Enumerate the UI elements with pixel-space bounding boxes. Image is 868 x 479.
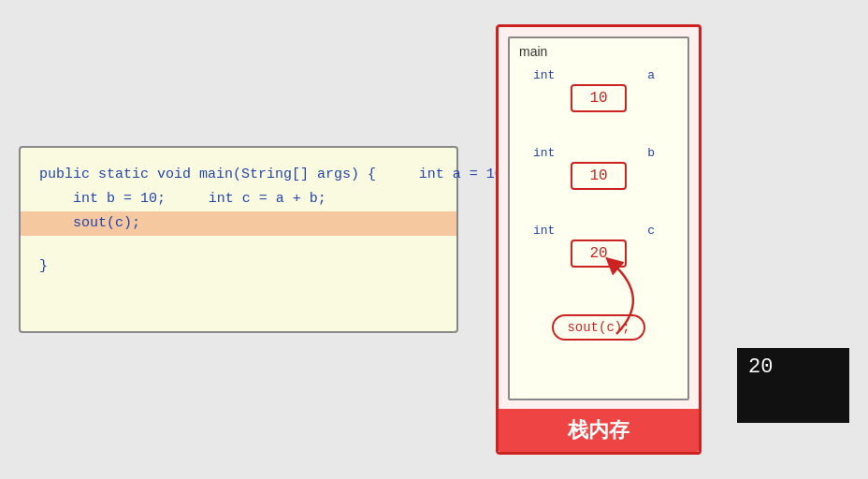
sout-row: sout(c); — [510, 314, 687, 341]
code-line-3: int b = 10; — [39, 191, 166, 207]
code-line-6: } — [39, 258, 48, 274]
code-line-5-highlighted: sout(c); — [21, 211, 456, 236]
var-a-name: a — [647, 68, 655, 82]
code-block: public static void main(String[] args) {… — [19, 146, 458, 333]
code-line-2: int a = 10; — [385, 167, 512, 182]
var-c-value: 20 — [571, 240, 627, 268]
code-line-4: int c = a + b; — [175, 191, 326, 207]
var-a-type: int — [533, 68, 555, 82]
memory-diagram: main int a 10 int — [496, 24, 702, 455]
main-container: public static void main(String[] args) {… — [0, 0, 868, 479]
var-row-c: int c 20 — [510, 224, 687, 268]
var-c-type: int — [533, 224, 555, 238]
var-b-type: int — [533, 146, 555, 160]
stack-memory-label: 栈内存 — [499, 409, 699, 452]
output-box: 20 — [737, 348, 849, 423]
var-a-value: 10 — [571, 84, 627, 112]
var-c-name: c — [647, 224, 655, 238]
code-line-1: public static void main(String[] args) { — [39, 167, 376, 182]
output-value: 20 — [748, 356, 773, 379]
var-row-a: int a 10 — [510, 68, 687, 112]
code-line-blank — [39, 236, 438, 254]
var-b-name: b — [647, 146, 655, 160]
main-frame: main int a 10 int — [508, 36, 689, 400]
var-b-value: 10 — [571, 162, 627, 190]
sout-value: sout(c); — [552, 314, 644, 341]
memory-outer: main int a 10 int — [496, 24, 702, 455]
var-row-b: int b 10 — [510, 146, 687, 190]
main-frame-label: main — [519, 44, 547, 59]
